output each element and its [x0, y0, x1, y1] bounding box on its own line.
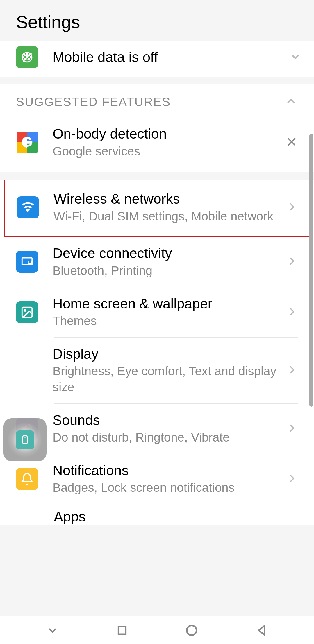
settings-item-title: Device connectivity [53, 245, 281, 262]
settings-item-sounds[interactable]: Sounds Do not disturb, Ringtone, Vibrate [0, 404, 314, 454]
image-icon [16, 301, 38, 323]
scrollbar[interactable] [309, 134, 313, 540]
wifi-icon [17, 196, 39, 218]
settings-item-subtitle: Badges, Lock screen notifications [53, 480, 281, 496]
settings-text: Wireless & networks Wi-Fi, Dual SIM sett… [53, 191, 281, 224]
settings-item-title: Display [53, 346, 281, 363]
settings-item-display[interactable]: Display Brightness, Eye comfort, Text an… [0, 338, 314, 403]
chevron-right-icon [286, 364, 298, 377]
settings-item-subtitle: Themes [53, 313, 281, 329]
chevron-down-icon[interactable] [288, 50, 302, 65]
floating-assistive-button[interactable] [3, 418, 47, 461]
chevron-right-icon [286, 306, 298, 319]
settings-item-connectivity[interactable]: Device connectivity Bluetooth, Printing [0, 237, 314, 287]
settings-item-subtitle: Brightness, Eye comfort, Text and displa… [53, 363, 281, 395]
settings-item-title: Home screen & wallpaper [53, 295, 281, 312]
settings-text: Sounds Do not disturb, Ringtone, Vibrate [53, 412, 281, 446]
settings-list: Wireless & networks Wi-Fi, Dual SIM sett… [0, 180, 314, 525]
chevron-right-icon [286, 255, 298, 268]
settings-item-apps-partial[interactable]: Apps [0, 504, 314, 525]
settings-item-subtitle: Wi-Fi, Dual SIM settings, Mobile network [53, 209, 281, 225]
settings-header: Settings [0, 0, 314, 41]
settings-text: Notifications Badges, Lock screen notifi… [53, 462, 281, 496]
mobile-data-row[interactable]: Mobile data is off [0, 41, 314, 77]
settings-item-subtitle: Bluetooth, Printing [53, 263, 281, 279]
page-title: Settings [16, 12, 298, 32]
settings-text: Display Brightness, Eye comfort, Text an… [53, 346, 281, 395]
nav-home-icon[interactable] [184, 623, 199, 638]
svg-text:G: G [22, 134, 32, 150]
mobile-data-card: Mobile data is off [0, 41, 314, 77]
mobile-data-text: Mobile data is off [53, 49, 283, 66]
svg-rect-11 [118, 627, 126, 634]
chevron-right-icon [286, 473, 298, 485]
google-icon: G [16, 131, 38, 153]
bell-icon [16, 468, 38, 490]
mobile-data-off-icon [16, 46, 38, 68]
suggested-item-title: On-body detection [53, 125, 279, 142]
suggested-card: SUGGESTED FEATURES G On-body detection G… [0, 84, 314, 172]
suggested-text: On-body detection Google services [53, 125, 279, 159]
scrollbar-thumb[interactable] [309, 134, 313, 407]
close-icon[interactable] [285, 135, 298, 149]
suggested-header[interactable]: SUGGESTED FEATURES [0, 84, 314, 115]
chevron-right-icon [286, 422, 298, 435]
mobile-data-title: Mobile data is off [53, 49, 283, 66]
svg-point-8 [24, 309, 26, 311]
settings-item-title: Sounds [53, 412, 281, 429]
settings-item-subtitle: Do not disturb, Ringtone, Vibrate [53, 430, 281, 446]
assistive-ring [8, 422, 42, 457]
suggested-item-subtitle: Google services [53, 143, 279, 159]
settings-item-notifications[interactable]: Notifications Badges, Lock screen notifi… [0, 454, 314, 504]
devices-icon [16, 251, 38, 273]
svg-point-12 [187, 625, 196, 635]
suggested-section-title: SUGGESTED FEATURES [16, 95, 171, 109]
settings-item-title: Wireless & networks [53, 191, 281, 207]
nav-keyboard-down-icon[interactable] [45, 623, 60, 638]
suggested-item-onbody[interactable]: G On-body detection Google services [0, 115, 314, 172]
navigation-bar [0, 616, 314, 644]
phone-icon [16, 430, 34, 449]
settings-text: Device connectivity Bluetooth, Printing [53, 245, 281, 279]
settings-item-wallpaper[interactable]: Home screen & wallpaper Themes [0, 287, 314, 337]
settings-text: Home screen & wallpaper Themes [53, 295, 281, 329]
settings-item-wireless[interactable]: Wireless & networks Wi-Fi, Dual SIM sett… [4, 180, 311, 237]
nav-recent-icon[interactable] [116, 624, 129, 637]
chevron-right-icon [286, 201, 298, 214]
chevron-up-icon[interactable] [284, 94, 298, 110]
settings-item-title: Notifications [53, 462, 281, 479]
nav-back-icon[interactable] [255, 623, 269, 637]
